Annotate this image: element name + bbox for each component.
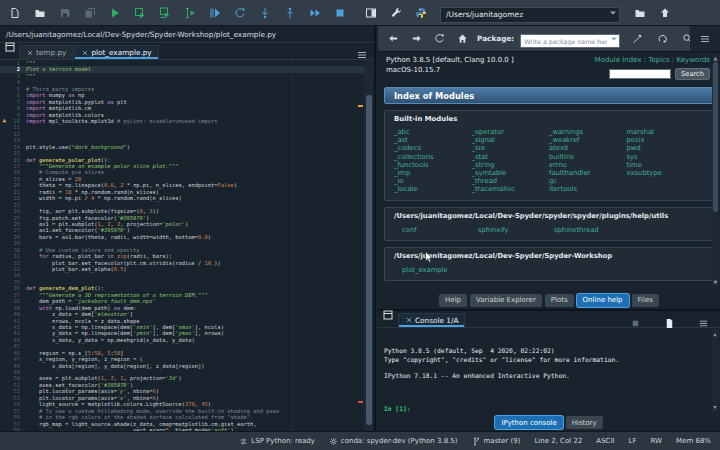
module-link[interactable]: itertools bbox=[549, 185, 627, 193]
status-lsp-python-ready[interactable]: LSP Python: ready bbox=[239, 437, 315, 446]
console-tab[interactable]: Console 1/A bbox=[398, 313, 465, 327]
module-link[interactable]: _warnings bbox=[549, 128, 627, 136]
module-link[interactable]: builtins bbox=[549, 153, 627, 161]
module-link[interactable]: gc bbox=[549, 177, 627, 185]
preferences-button[interactable] bbox=[386, 3, 406, 23]
module-link[interactable]: atexit bbox=[549, 144, 627, 152]
package-caret[interactable] bbox=[608, 30, 620, 49]
help-link-module-index[interactable]: Module Index bbox=[595, 56, 642, 64]
open-directory-button[interactable] bbox=[630, 3, 650, 23]
close-tab-icon[interactable] bbox=[81, 49, 89, 57]
pane-tab-files[interactable]: Files bbox=[632, 294, 659, 307]
python-interpreter-button[interactable] bbox=[411, 3, 431, 23]
status-master-9[interactable]: master (9) bbox=[472, 437, 521, 446]
stop-button[interactable] bbox=[330, 3, 350, 23]
console-output[interactable]: Python 3.8.5 (default, Sep 4 2020, 02:22… bbox=[378, 328, 720, 414]
module-link[interactable]: conf bbox=[402, 226, 478, 234]
help-link-topics[interactable]: Topics bbox=[648, 56, 669, 64]
open-file-button[interactable] bbox=[30, 3, 50, 23]
run-button[interactable] bbox=[105, 3, 125, 23]
continue-button[interactable] bbox=[305, 3, 325, 23]
module-link[interactable]: pwd bbox=[627, 144, 705, 152]
step-into-button[interactable] bbox=[255, 3, 275, 23]
module-link[interactable]: faulthandler bbox=[549, 169, 627, 177]
home-button[interactable] bbox=[453, 30, 471, 48]
debug-button[interactable] bbox=[205, 3, 225, 23]
save-button[interactable] bbox=[55, 3, 75, 23]
module-link[interactable]: xxsubtype bbox=[627, 169, 705, 177]
module-search-input[interactable] bbox=[609, 69, 671, 79]
status-mem-68[interactable]: Mem 68% bbox=[676, 437, 711, 445]
console-line: Type "copyright", "credits" or "license"… bbox=[384, 356, 714, 364]
status-lf[interactable]: LF bbox=[629, 437, 637, 445]
close-console-icon-slot[interactable] bbox=[405, 316, 413, 326]
code-area[interactable]: 1"""2Plot a terrain model3"""45# Third p… bbox=[0, 60, 374, 431]
module-link[interactable]: _operator bbox=[472, 128, 550, 136]
run-cell-advance-button[interactable] bbox=[155, 3, 175, 23]
close-tab-icon[interactable] bbox=[26, 49, 34, 57]
module-link[interactable]: errno bbox=[549, 161, 627, 169]
editor-scrollbar[interactable] bbox=[364, 61, 373, 430]
new-file-button[interactable] bbox=[5, 3, 25, 23]
module-link[interactable]: _signal bbox=[472, 136, 550, 144]
restart-button[interactable] bbox=[230, 3, 250, 23]
module-link[interactable]: _locale bbox=[394, 185, 472, 193]
module-link[interactable]: plot_example bbox=[402, 266, 478, 274]
onlinehelp-options-button[interactable] bbox=[690, 26, 720, 51]
working-directory-input[interactable] bbox=[440, 7, 620, 23]
module-link[interactable]: _symtable bbox=[472, 169, 550, 177]
pane-tab-help[interactable]: Help bbox=[439, 294, 467, 307]
step-return-button[interactable] bbox=[280, 3, 300, 23]
pane-tab-online-help[interactable]: Online help bbox=[577, 294, 629, 307]
module-link[interactable]: sphinxthread bbox=[554, 226, 630, 234]
module-link[interactable]: _sre bbox=[472, 144, 550, 152]
maximize-pane-button[interactable] bbox=[361, 3, 381, 23]
module-link[interactable]: sys bbox=[627, 153, 705, 161]
module-link[interactable]: _abc bbox=[394, 128, 472, 136]
package-input[interactable] bbox=[520, 34, 620, 48]
status-rw[interactable]: RW bbox=[651, 437, 663, 445]
editor-tab-temp.py[interactable]: temp.py bbox=[19, 45, 73, 59]
module-link[interactable]: _thread bbox=[472, 177, 550, 185]
module-link[interactable]: _ast bbox=[394, 136, 472, 144]
wand-button[interactable] bbox=[628, 30, 646, 48]
browse-tabs-button[interactable] bbox=[4, 38, 16, 57]
module-link[interactable]: _functools bbox=[394, 161, 472, 169]
forward-button[interactable] bbox=[407, 30, 425, 48]
module-link[interactable]: _stat bbox=[472, 153, 550, 161]
console-line bbox=[384, 364, 714, 372]
help-scrollbar[interactable]: ▲ ▼ bbox=[712, 54, 719, 286]
module-link[interactable]: _tracemalloc bbox=[472, 185, 550, 193]
module-link[interactable]: _codecs bbox=[394, 144, 472, 152]
mouse-cursor bbox=[424, 248, 434, 267]
editor-tab-plot_example.py[interactable]: plot_example.py bbox=[74, 45, 158, 59]
console-browse-tabs-button[interactable] bbox=[382, 306, 394, 325]
module-link[interactable]: marshal bbox=[627, 128, 705, 136]
editor-scrollbar-thumb[interactable] bbox=[366, 95, 372, 425]
go-up-button[interactable] bbox=[655, 3, 675, 23]
back-button[interactable] bbox=[384, 30, 402, 48]
pane-tab-variable-explorer[interactable]: Variable Explorer bbox=[470, 294, 542, 307]
run-selection-button[interactable] bbox=[180, 3, 200, 23]
module-link[interactable]: _weakref bbox=[549, 136, 627, 144]
module-link[interactable]: _collections bbox=[394, 153, 472, 161]
pane-tab-plots[interactable]: Plots bbox=[545, 294, 574, 307]
module-link[interactable]: posix bbox=[627, 136, 705, 144]
rotate-button[interactable] bbox=[653, 30, 671, 48]
module-link[interactable]: _io bbox=[394, 177, 472, 185]
module-link[interactable]: sphinxify bbox=[478, 226, 554, 234]
refresh-button[interactable] bbox=[430, 30, 448, 48]
status-conda-spyder-dev-python-3-8-5[interactable]: conda: spyder-dev (Python 3.8.5) bbox=[329, 437, 458, 446]
save-all-button[interactable] bbox=[80, 3, 100, 23]
console-scrollbar[interactable]: ▲ ▼ bbox=[711, 329, 719, 412]
module-link[interactable]: _imp bbox=[394, 169, 472, 177]
module-link[interactable]: _string bbox=[472, 161, 550, 169]
editor-tabs: temp.pyplot_example.py bbox=[19, 45, 159, 59]
working-directory-caret[interactable] bbox=[607, 4, 619, 23]
status-ascii[interactable]: ASCII bbox=[596, 437, 614, 445]
run-cell-button[interactable] bbox=[130, 3, 150, 23]
module-link[interactable]: time bbox=[627, 161, 705, 169]
help-link-keywords[interactable]: Keywords bbox=[676, 56, 710, 64]
status-line-2-col-22[interactable]: Line 2, Col 22 bbox=[534, 437, 582, 445]
search-button[interactable]: Search bbox=[675, 68, 710, 80]
